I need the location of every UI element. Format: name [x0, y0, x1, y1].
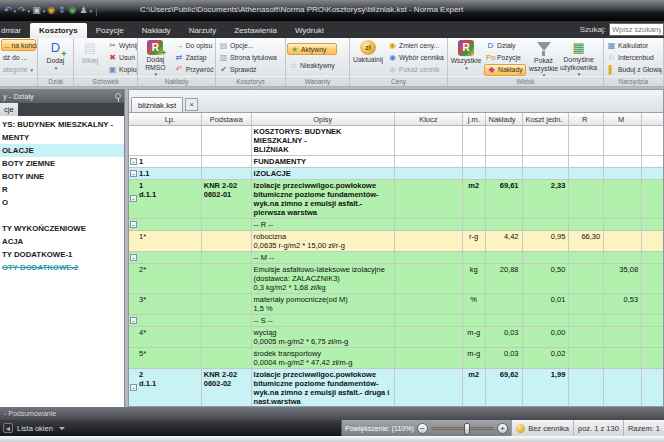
- sidebar-item-ys-budynek-mieszkalny[interactable]: YS: BUDYNEK MIESZKALNY -: [0, 118, 124, 131]
- button-pokaż-cennik[interactable]: ◉Pokaż cennik: [386, 64, 446, 76]
- button-pozycje[interactable]: PoPozycje: [484, 52, 526, 64]
- button-kalkulator[interactable]: ▦Kalkulator: [605, 39, 662, 51]
- tab-nakłady[interactable]: Nakłady: [133, 23, 180, 38]
- button-nakłady[interactable]: ◆Nakłady: [484, 64, 526, 76]
- button-dodaj[interactable]: D+Dodaj▾: [39, 39, 72, 76]
- tab-pozycje[interactable]: Pozycje: [87, 23, 133, 38]
- table-row[interactable]: --- S --: [129, 315, 663, 327]
- button-wklej[interactable]: ▤Wklej: [75, 39, 105, 76]
- column-header-nakłady[interactable]: Nakłady: [486, 113, 523, 125]
- sidebar-item-r[interactable]: R: [0, 183, 124, 196]
- chevron-down-icon[interactable]: ▾: [14, 8, 17, 14]
- panel-tab[interactable]: cje: [0, 103, 18, 116]
- tab-wydruki[interactable]: Wydruki: [286, 23, 333, 38]
- button-intercenbud[interactable]: ♘Intercenbud: [605, 52, 662, 64]
- tab-dmiar[interactable]: dmiar: [0, 23, 30, 38]
- table-row[interactable]: 4*wyciąg 0,0005 m-g/m2 * 6,75 zł/m-gm-g0…: [129, 327, 663, 348]
- chevron-down-icon[interactable]: ▾: [90, 8, 93, 14]
- chevron-down-icon[interactable]: ▾: [43, 8, 46, 14]
- table-row[interactable]: 5*środek transportowy 0,0004 m-g/m2 * 47…: [129, 348, 663, 369]
- column-header-opisy[interactable]: Opisy: [252, 113, 395, 125]
- zoom-out-button[interactable]: −: [417, 423, 428, 434]
- button-ategorie[interactable]: ategorie▾: [1, 64, 36, 76]
- button-dodaj-rmso[interactable]: R+Dodaj RMSO▾: [139, 39, 172, 76]
- chevron-down-icon[interactable]: ▾: [28, 8, 31, 14]
- column-header-extra[interactable]: [642, 113, 663, 125]
- button-opcje[interactable]: ▤Opcje...: [217, 39, 279, 51]
- sidebar-item-o[interactable]: O: [0, 196, 124, 209]
- collapse-icon[interactable]: -: [130, 221, 137, 228]
- button-zmień-ceny[interactable]: ◉Zmień ceny...: [386, 39, 446, 51]
- zoom-in-button[interactable]: +: [497, 423, 508, 434]
- table-row[interactable]: --- R --: [129, 219, 663, 231]
- summary-window-bar[interactable]: - Podsumowanie: [0, 407, 664, 420]
- button-wytnij[interactable]: ✂Wytnij: [106, 39, 136, 51]
- window-list-icon[interactable]: [3, 423, 13, 433]
- button-do-opisu[interactable]: →Do opisu: [173, 39, 214, 51]
- user-icon[interactable]: ♟: [78, 6, 88, 15]
- button-kopiuj[interactable]: ▣Kopiuj: [106, 64, 136, 76]
- collapse-icon[interactable]: -: [130, 158, 137, 165]
- update-icon[interactable]: ◉: [46, 6, 56, 15]
- sidebar-item-olacje[interactable]: OLACJE: [0, 144, 124, 157]
- table-row[interactable]: -2 d.1.1KNR 2-02 0602-02Izolacje przeciw…: [129, 369, 663, 406]
- button-strona-tytułowa[interactable]: ▥Strona tytułowa: [217, 52, 279, 64]
- button-wybór-cennika[interactable]: ◉Wybór cennika: [386, 52, 446, 64]
- column-header-r[interactable]: R: [569, 113, 604, 125]
- column-header-klucz[interactable]: Klucz: [395, 113, 463, 125]
- button-dź-do[interactable]: dź do ...: [1, 52, 36, 64]
- collapse-icon[interactable]: -: [130, 170, 137, 177]
- column-header-lp[interactable]: Lp.: [129, 113, 202, 125]
- table-row[interactable]: -1 d.1.1KNR 2-02 0602-01Izolacje przeciw…: [129, 180, 663, 219]
- sidebar-item-ty-wykończeniowe[interactable]: TY WYKOŃCZENIOWE: [0, 222, 124, 235]
- collapse-icon[interactable]: -: [130, 254, 137, 261]
- table-row[interactable]: --- M --: [129, 252, 663, 264]
- zoom-slider-thumb[interactable]: [464, 423, 470, 435]
- collapse-icon[interactable]: -: [130, 195, 137, 202]
- table-row[interactable]: KOSZTORYS: BUDYNEK MIESZKALNY - BLIŹNIAK: [129, 126, 663, 156]
- import-icon[interactable]: ⇕: [57, 6, 67, 15]
- sidebar-item-oty-dodatkowe-2[interactable]: OTY DODATKOWE-2: [0, 261, 124, 274]
- button-usuń[interactable]: ✖Usuń: [106, 52, 136, 64]
- document-tab[interactable]: bliźniak.kst: [131, 97, 183, 112]
- column-header-j-m[interactable]: j.m.: [463, 113, 486, 125]
- button-przywróć[interactable]: ↶Przywróć: [173, 64, 214, 76]
- zoom-slider[interactable]: [431, 427, 494, 430]
- sidebar-item-acja[interactable]: ACJA: [0, 235, 124, 248]
- column-header-m[interactable]: M: [604, 113, 642, 125]
- button-aktywny[interactable]: ★Aktywny: [287, 43, 337, 55]
- sidebar-item-ty-dodatkowe-1[interactable]: TY DODATKOWE-1: [0, 248, 124, 261]
- button-nieaktywny[interactable]: ☆Nieaktywny: [287, 60, 337, 72]
- column-header-koszt-jedn[interactable]: Koszt jedn.: [523, 113, 570, 125]
- print-icon[interactable]: ▣: [31, 6, 42, 15]
- button-uaktualnij[interactable]: złUaktualnij: [351, 39, 385, 76]
- sidebar-item-blank[interactable]: [0, 209, 124, 222]
- table-row[interactable]: -1.1IZOLACJE: [129, 168, 663, 180]
- close-tab-icon[interactable]: ×: [185, 98, 198, 111]
- undo-icon[interactable]: ↶: [3, 6, 13, 15]
- button-sprawdź[interactable]: ✔Sprawdź: [217, 64, 279, 76]
- collapse-icon[interactable]: -: [130, 384, 137, 391]
- collapse-icon[interactable]: -: [130, 317, 137, 324]
- sidebar-item-boty-ziemne[interactable]: BOTY ZIEMNE: [0, 157, 124, 170]
- button-działy[interactable]: DDziały: [484, 39, 526, 51]
- column-header-podstawa[interactable]: Podstawa: [202, 113, 252, 125]
- button-domyślne-użytkownika[interactable]: ▦Domyślne użytkownika▾: [562, 39, 596, 76]
- button-zastąp[interactable]: ⇄Zastąp: [173, 52, 214, 64]
- tab-narzuty[interactable]: Narzuty: [180, 23, 226, 38]
- tab-zestawienia[interactable]: Zestawienia: [225, 23, 286, 38]
- window-list-button[interactable]: Lista okien: [17, 424, 53, 433]
- table-row[interactable]: 1*robocizna 0,0635 r-g/m2 * 15,00 zł/r-g…: [129, 231, 663, 252]
- redo-icon[interactable]: ↷: [17, 6, 27, 15]
- globe-icon[interactable]: ◉: [68, 6, 78, 15]
- tab-kosztorys[interactable]: Kosztorys: [30, 23, 87, 38]
- table-row[interactable]: 2*Emulsje asfaltowo-lateksowe izolacyjne…: [129, 264, 663, 294]
- pin-icon[interactable]: [115, 93, 121, 99]
- button-buduj-z-głową[interactable]: ▌Buduj z Głową: [605, 64, 662, 76]
- table-row[interactable]: -1FUNDAMENTY: [129, 156, 663, 168]
- button-wszystkie[interactable]: RWszystkie▾: [449, 39, 483, 76]
- button-na-końcu[interactable]: ... na końcu: [1, 39, 36, 51]
- search-input[interactable]: [609, 23, 664, 36]
- table-row[interactable]: 3*materiały pomocnicze(od M) 1,5 %%0,010…: [129, 294, 663, 315]
- button-pokaż-wszystkie[interactable]: Pokaż wszystkie▾: [527, 39, 561, 76]
